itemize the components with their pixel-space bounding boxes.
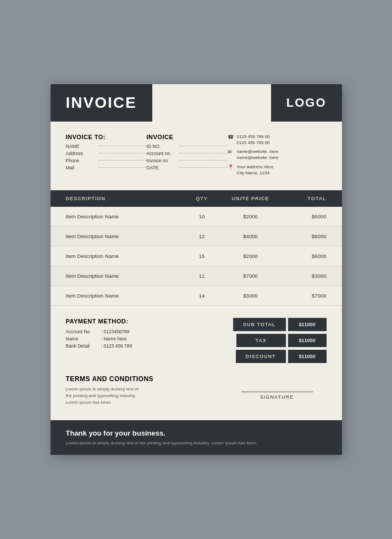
invoice-footer: Thank you for your business. Lorem Ipsum… [51, 420, 342, 455]
row-total: $6000 [280, 253, 327, 259]
row-qty: 15 [183, 253, 222, 259]
row-total: $3000 [280, 273, 327, 279]
contact-address: Your Address HereCity Name, 1234 [237, 164, 274, 176]
contact-address-row: 📍 Your Address HereCity Name, 1234 [228, 164, 327, 176]
invoice-header: INVOICE LOGO [51, 84, 342, 122]
table-row: Item Description Name 14 $3000 $7000 [51, 286, 342, 306]
field-id: ID NO. [147, 144, 228, 149]
location-icon: 📍 [228, 164, 234, 170]
row-description: Item Description Name [66, 233, 183, 239]
row-description: Item Description Name [66, 273, 183, 279]
row-unit-price: $2000 [221, 253, 279, 259]
row-qty: 14 [183, 293, 222, 299]
row-unit-price: $3000 [221, 293, 279, 299]
logo-box: LOGO [271, 84, 342, 122]
row-unit-price: $4000 [221, 233, 279, 239]
invoice-details-label: INVOICE [147, 134, 228, 140]
table-body: Item Description Name 10 $2000 $5000 Ite… [51, 207, 342, 306]
signature-col: SIGNATURE [228, 375, 327, 400]
signature-line [241, 392, 313, 392]
terms-text: Lorem Ipsum is simply dummy text ofthe p… [66, 386, 217, 406]
subtotal-label: SUB TOTAL [233, 318, 286, 331]
discount-label: DISCOUNT [236, 350, 286, 363]
row-total: $8000 [280, 233, 327, 239]
field-name: NAME [66, 144, 147, 149]
field-phone: Phone [66, 158, 147, 163]
invoice-to-col: INVOICE TO: NAME Address Phone Mail [66, 134, 147, 176]
terms-section: TERMS AND CONDITIONS Lorem Ipsum is simp… [51, 373, 342, 416]
subtotal-value: $11000 [288, 318, 327, 331]
invoice-document: INVOICE LOGO INVOICE TO: NAME Address Ph… [51, 84, 342, 455]
bottom-section: PAYMENT METHOD: Account No : 0123456789 … [51, 306, 342, 373]
row-qty: 12 [183, 233, 222, 239]
phone-icon: ☎ [228, 134, 234, 140]
contact-email: name@website .herename@website .here [237, 148, 279, 161]
row-qty: 11 [183, 273, 222, 279]
tax-value: $11000 [288, 334, 327, 347]
invoice-title-text: INVOICE [66, 94, 137, 112]
discount-value: $11000 [288, 350, 327, 363]
tax-label: TAX [236, 334, 286, 347]
invoice-to-label: INVOICE TO: [66, 134, 147, 140]
row-description: Item Description Name [66, 293, 183, 299]
row-qty: 10 [183, 213, 222, 219]
row-description: Item Description Name [66, 253, 183, 259]
col-header-unit-price: UNITE PRICE [221, 196, 279, 201]
payment-account: Account No : 0123456789 [66, 329, 222, 334]
col-header-qty: QTY [183, 196, 222, 201]
info-section: INVOICE TO: NAME Address Phone Mail INVO… [51, 122, 342, 186]
row-unit-price: $2000 [221, 213, 279, 219]
subtotal-row: SUB TOTAL $11000 [233, 318, 327, 331]
payment-name: Name : Name here [66, 336, 222, 342]
table-row: Item Description Name 11 $7000 $3000 [51, 266, 342, 286]
field-account: Account no. [147, 151, 228, 156]
terms-title: TERMS AND CONDITIONS [66, 375, 217, 383]
col-header-description: DESCRIPTION [66, 196, 183, 201]
row-total: $5000 [280, 213, 327, 219]
tax-row: TAX $11000 [236, 334, 327, 347]
table-header: DESCRIPTION QTY UNITE PRICE TOTAL [51, 190, 342, 207]
payment-label: PAYMENT METHOD: [66, 318, 222, 324]
invoice-title: INVOICE [51, 84, 152, 122]
discount-row: DISCOUNT $11000 [236, 350, 327, 363]
totals-col: SUB TOTAL $11000 TAX $11000 DISCOUNT $11… [233, 318, 327, 363]
row-total: $7000 [280, 293, 327, 299]
contact-col: ☎ 0123 456 789 000123 456 789 00 ✉ name@… [228, 134, 327, 176]
footer-title: Thank you for your business. [66, 429, 327, 437]
footer-text: Lorem Ipsum is simply dummy text of the … [66, 440, 327, 446]
row-description: Item Description Name [66, 213, 183, 219]
table-row: Item Description Name 10 $2000 $5000 [51, 207, 342, 227]
field-date: DATE. [147, 165, 228, 170]
contact-phone: 0123 456 789 000123 456 789 00 [237, 134, 270, 146]
signature-label: SIGNATURE [260, 394, 294, 400]
contact-email-row: ✉ name@website .herename@website .here [228, 148, 327, 161]
col-header-total: TOTAL [280, 196, 327, 201]
logo-text: LOGO [286, 96, 327, 110]
email-icon: ✉ [228, 149, 234, 155]
terms-col: TERMS AND CONDITIONS Lorem Ipsum is simp… [66, 375, 217, 406]
payment-col: PAYMENT METHOD: Account No : 0123456789 … [66, 318, 222, 363]
table-row: Item Description Name 15 $2000 $6000 [51, 246, 342, 266]
field-mail: Mail [66, 165, 147, 170]
field-address: Address [66, 151, 147, 156]
field-invoice-no: Invoice no [147, 158, 228, 163]
row-unit-price: $7000 [221, 273, 279, 279]
table-row: Item Description Name 12 $4000 $8000 [51, 227, 342, 246]
payment-bank: Bank Detail : 0123 456 789 [66, 343, 222, 349]
invoice-details-col: INVOICE ID NO. Account no. Invoice no DA… [147, 134, 228, 176]
contact-phone-row: ☎ 0123 456 789 000123 456 789 00 [228, 134, 327, 146]
